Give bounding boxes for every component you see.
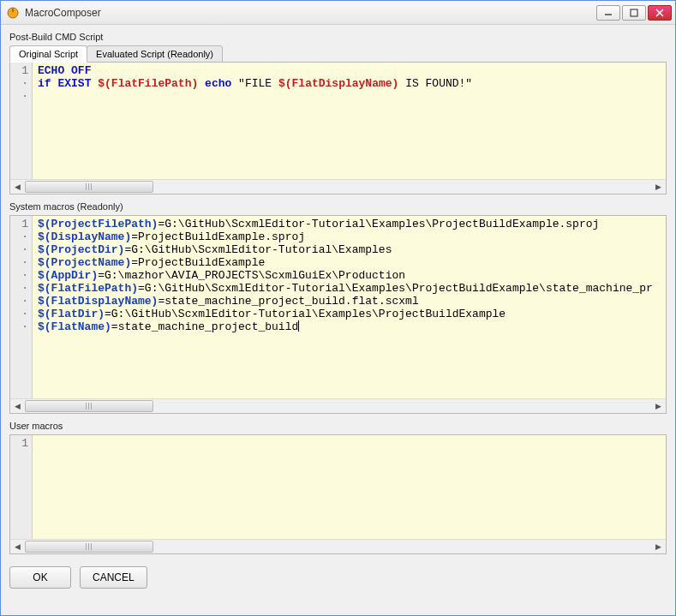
scroll-thumb[interactable] [25,400,153,412]
original-script-hscrollbar[interactable]: ◀ ▶ [10,179,666,194]
minimize-button[interactable] [596,5,620,21]
cancel-button[interactable]: CANCEL [80,566,147,589]
close-icon [655,9,664,17]
window-controls [596,5,672,21]
titlebar[interactable]: MacroComposer [1,1,675,25]
system-macros-label: System macros (Readonly) [9,201,667,212]
system-macros-gutter: 1 · · · · · · · · [10,216,33,398]
user-macros-code-area[interactable]: 1 [10,435,666,539]
scroll-left-icon[interactable]: ◀ [10,540,25,554]
scroll-track[interactable] [25,540,651,553]
maximize-icon [630,9,638,17]
scroll-thumb[interactable] [25,181,153,193]
script-tabs: Original Script Evaluated Script (Readon… [9,45,667,63]
user-macros-hscrollbar[interactable]: ◀ ▶ [10,539,666,553]
dialog-buttons: OK CANCEL [9,566,667,589]
original-script-code[interactable]: ECHO OFF if EXIST $(FlatFilePath) echo "… [33,63,666,179]
post-build-label: Post-Build CMD Script [9,32,667,42]
ok-button[interactable]: OK [9,566,71,589]
user-macros-label: User macros [9,421,667,431]
user-macros-code[interactable] [33,435,666,539]
svg-rect-3 [631,9,637,16]
tab-evaluated-script[interactable]: Evaluated Script (Readonly) [87,45,223,63]
system-macros-code-area[interactable]: 1 · · · · · · · · $(ProjectFilePath)=G:\… [10,216,666,398]
svg-rect-1 [12,9,14,12]
user-macros-gutter: 1 [10,435,33,539]
app-icon [6,6,20,20]
scroll-right-icon[interactable]: ▶ [651,540,666,554]
system-macros-code[interactable]: $(ProjectFilePath)=G:\GitHub\ScxmlEditor… [33,216,666,398]
original-script-editor: 1 · · ECHO OFF if EXIST $(FlatFilePath) … [9,62,667,194]
original-script-gutter: 1 · · [10,63,33,179]
scroll-track[interactable] [25,180,651,194]
scroll-right-icon[interactable]: ▶ [651,399,666,414]
close-button[interactable] [648,5,672,21]
maximize-button[interactable] [622,5,646,21]
system-macros-hscrollbar[interactable]: ◀ ▶ [10,398,666,413]
app-window: MacroComposer Post-Build CMD Script Orig… [0,0,676,616]
tab-original-script[interactable]: Original Script [9,45,87,63]
window-title: MacroComposer [25,7,596,19]
user-macros-editor: 1 ◀ ▶ [9,434,667,554]
scroll-thumb[interactable] [25,541,153,553]
original-script-code-area[interactable]: 1 · · ECHO OFF if EXIST $(FlatFilePath) … [10,63,666,179]
system-macros-editor: 1 · · · · · · · · $(ProjectFilePath)=G:\… [9,215,667,414]
scroll-right-icon[interactable]: ▶ [651,180,666,194]
scroll-track[interactable] [25,399,651,413]
scroll-left-icon[interactable]: ◀ [10,399,25,414]
scroll-left-icon[interactable]: ◀ [10,180,25,194]
content-area: Post-Build CMD Script Original Script Ev… [1,25,675,615]
minimize-icon [604,9,613,17]
